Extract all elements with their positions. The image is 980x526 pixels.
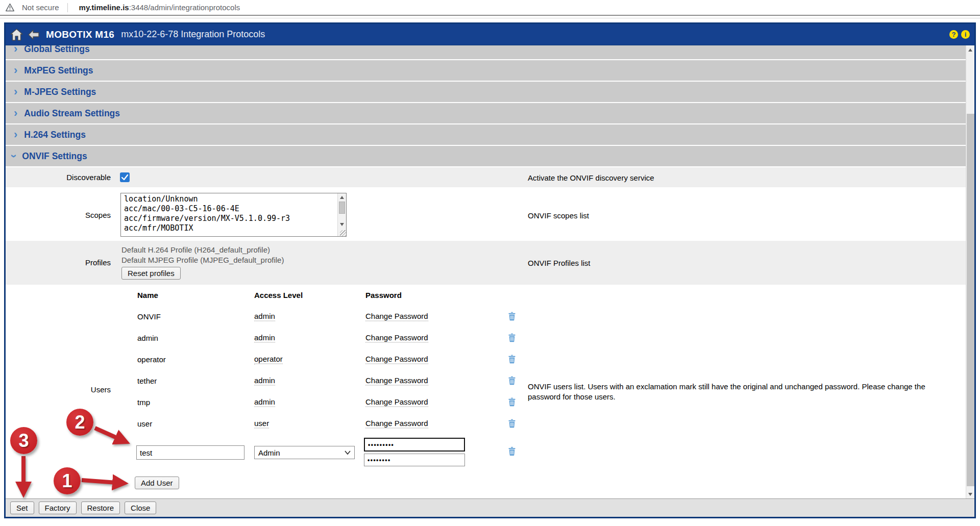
add-user-button[interactable]: Add User [135,477,179,489]
scopes-value: location/Unknown acc/mac/00-03-C5-16-06-… [121,193,337,236]
scroll-up-icon[interactable] [966,45,974,54]
select-chevron-icon [345,450,351,455]
section-mjpeg-settings[interactable]: › M-JPEG Settings [6,82,966,102]
scroll-up-icon[interactable] [338,193,346,201]
set-button[interactable]: Set [10,502,34,514]
profile-h264: Default H.264 Profile (H264_default_prof… [121,245,270,254]
user-access-level: admin [254,333,275,343]
section-label: ONVIF Settings [22,151,87,162]
section-label: MxPEG Settings [24,65,93,76]
scroll-down-icon[interactable] [338,220,346,228]
annotation-badge-1: 1 [54,467,81,494]
new-user-name-input[interactable] [136,445,244,460]
section-global-settings[interactable]: › Global Settings [6,45,966,59]
action-footer: Set Factory Restore Close [6,498,974,517]
chevron-right-icon: › [14,86,17,97]
user-name: tmp [137,398,150,407]
resize-grip-icon[interactable] [340,230,346,236]
profile-mjpeg: Default MJPEG Profile (MJPEG_default_pro… [121,256,284,264]
security-status-label: Not secure [22,3,59,12]
camera-admin-page: MOBOTIX M16 mx10-22-6-78 Integration Pro… [4,22,976,518]
user-row-admin: admin admin Change Password [6,327,526,348]
change-password-link[interactable]: Change Password [365,333,428,343]
browser-address-bar[interactable]: Not secure my.timeline.is:3448/admin/int… [0,0,980,16]
profiles-row: Profiles Default H.264 Profile (H264_def… [6,241,966,285]
delete-new-user-icon[interactable] [508,447,516,456]
new-user-password-confirm-input[interactable] [364,454,465,466]
user-access-level: operator [254,355,283,364]
change-password-link[interactable]: Change Password [365,376,428,386]
users-help: ONVIF users list. Users with an exclamat… [528,382,960,402]
column-header-password: Password [365,291,402,299]
check-icon [120,172,130,182]
user-row-tether: tether admin Change Password [6,370,526,391]
scopes-help: ONVIF scopes list [528,211,589,221]
user-name: operator [137,355,166,364]
chevron-right-icon: › [14,45,17,55]
scrollbar-thumb[interactable] [967,114,974,486]
page-brand: MOBOTIX M16 [46,29,114,40]
annotation-badge-2: 2 [66,409,93,436]
user-name: user [137,419,152,428]
user-access-level: admin [254,312,275,321]
change-password-link[interactable]: Change Password [365,419,428,429]
user-access-level: admin [254,397,275,407]
close-button[interactable]: Close [125,502,156,514]
discoverable-label: Discoverable [6,173,111,182]
user-row-onvif: ONVIF admin Change Password [6,306,526,327]
chevron-right-icon: › [14,129,17,140]
chevron-right-icon: › [14,108,17,119]
section-label: Global Settings [24,45,89,55]
delete-user-icon[interactable] [508,355,516,364]
scopes-row: Scopes location/Unknown acc/mac/00-03-C5… [6,188,966,240]
url-text[interactable]: my.timeline.is:3448/admin/integrationpro… [79,3,240,12]
scroll-down-icon[interactable] [966,490,974,498]
new-user-password-input[interactable] [364,438,465,452]
help-icon[interactable]: ? [949,30,958,39]
info-icon[interactable]: i [961,30,970,39]
new-user-access-select[interactable]: Admin [254,446,355,459]
chevron-down-icon: › [8,154,19,158]
delete-user-icon[interactable] [508,398,516,407]
section-mxpeg-settings[interactable]: › MxPEG Settings [6,60,966,81]
section-label: M-JPEG Settings [24,87,96,97]
browser-bar-underline [0,18,980,18]
users-row: Users Name Access Level Password ONVIF a… [6,285,966,494]
factory-button[interactable]: Factory [39,502,77,514]
scopes-textarea[interactable]: location/Unknown acc/mac/00-03-C5-16-06-… [120,193,347,237]
section-h264-settings[interactable]: › H.264 Settings [6,124,966,145]
user-name: ONVIF [137,312,161,321]
page-scrollbar[interactable] [966,45,974,498]
scrollbar-thumb[interactable] [339,202,345,214]
column-header-name: Name [137,291,158,299]
delete-user-icon[interactable] [508,334,516,342]
user-name: admin [137,334,158,342]
section-audio-stream-settings[interactable]: › Audio Stream Settings [6,103,966,123]
restore-button[interactable]: Restore [81,502,120,514]
annotation-badge-3: 3 [10,427,37,454]
discoverable-row: Discoverable Activate the ONVIF discover… [6,167,966,187]
section-label: Audio Stream Settings [24,108,120,119]
page-title: mx10-22-6-78 Integration Protocols [121,29,265,40]
chevron-right-icon: › [14,65,17,76]
reset-profiles-button[interactable]: Reset profiles [121,267,181,280]
section-label: H.264 Settings [24,130,86,140]
column-header-access: Access Level [254,291,303,299]
url-path: :3448/admin/integrationprotocols [129,3,240,12]
change-password-link[interactable]: Change Password [365,355,428,364]
home-icon[interactable] [10,28,23,41]
discoverable-checkbox[interactable] [120,172,130,182]
profiles-label: Profiles [6,258,111,267]
delete-user-icon[interactable] [508,419,516,428]
delete-user-icon[interactable] [508,377,516,385]
delete-user-icon[interactable] [508,312,516,321]
app-header: MOBOTIX M16 mx10-22-6-78 Integration Pro… [6,24,974,45]
user-access-level: user [254,419,269,429]
change-password-link[interactable]: Change Password [365,312,428,321]
back-arrow-icon[interactable] [28,29,40,40]
change-password-link[interactable]: Change Password [365,397,428,407]
user-access-level: admin [254,376,275,386]
discoverable-help: Activate the ONVIF discovery service [528,173,654,183]
section-onvif-settings[interactable]: › ONVIF Settings [6,146,966,166]
scopes-label: Scopes [6,211,111,219]
